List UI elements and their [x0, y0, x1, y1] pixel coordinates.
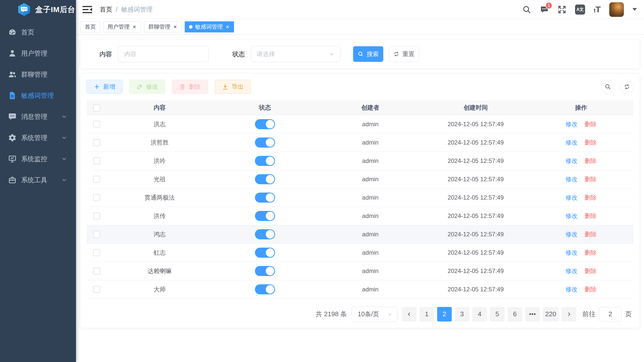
row-edit-link[interactable]: 修改: [565, 121, 578, 127]
messages-icon[interactable]: 1: [540, 5, 549, 14]
page-number-buttons: 123456•••220: [420, 307, 559, 322]
row-checkbox[interactable]: [93, 194, 100, 201]
cell-content: 大师: [107, 280, 212, 298]
row-delete-link[interactable]: 删除: [585, 194, 597, 201]
row-edit-link[interactable]: 修改: [565, 212, 578, 219]
sidebar-item-messages[interactable]: 消息管理: [0, 106, 76, 127]
page-button[interactable]: 2: [437, 307, 452, 322]
row-checkbox[interactable]: [93, 212, 100, 219]
language-translate-icon[interactable]: A文: [575, 5, 585, 15]
page-size-select[interactable]: 10条/页: [352, 307, 397, 322]
delete-button-label: 删除: [189, 83, 201, 91]
page-button[interactable]: 220: [543, 307, 559, 322]
font-size-icon[interactable]: tT: [594, 5, 601, 14]
tab-sensitive-words[interactable]: 敏感词管理 ×: [185, 21, 234, 32]
status-filter-select[interactable]: 请选择: [251, 46, 340, 62]
status-toggle-on[interactable]: [255, 284, 275, 294]
row-delete-link[interactable]: 删除: [585, 286, 597, 293]
row-delete-link[interactable]: 删除: [585, 176, 597, 183]
select-all-checkbox[interactable]: [93, 104, 100, 111]
app-logo[interactable]: 盒子IM后台: [0, 0, 76, 19]
goto-page-input[interactable]: [599, 307, 622, 322]
page-button[interactable]: 4: [472, 307, 487, 322]
tab-user-management[interactable]: 用户管理 ×: [103, 21, 141, 32]
page-button[interactable]: 5: [490, 307, 505, 322]
page-button[interactable]: 1: [420, 307, 434, 322]
sidebar-item-home[interactable]: 首页: [0, 22, 76, 43]
status-toggle-on[interactable]: [255, 211, 275, 221]
table-row: 大师 admin 2024-12-05 12:57:49 修改删除: [86, 280, 634, 298]
row-edit-link[interactable]: 修改: [565, 231, 578, 238]
row-checkbox[interactable]: [93, 286, 100, 293]
tab-group-management[interactable]: 群聊管理 ×: [144, 21, 182, 32]
pagination: 共 2198 条 10条/页 123456•••220 前往: [86, 307, 634, 322]
document-icon: [8, 91, 17, 100]
sidebar-item-sensitive-words[interactable]: 敏感词管理: [0, 85, 76, 106]
status-toggle-on[interactable]: [255, 138, 275, 148]
header-search-icon[interactable]: [522, 5, 531, 14]
avatar-dropdown-caret-icon[interactable]: [632, 8, 637, 11]
row-edit-link[interactable]: 修改: [565, 286, 578, 293]
reset-button[interactable]: 重置: [389, 46, 419, 62]
add-button[interactable]: 新增: [86, 80, 123, 94]
row-delete-link[interactable]: 删除: [585, 231, 597, 238]
tab-home[interactable]: 首页: [81, 21, 100, 32]
cell-created-time: 2024-12-05 12:57:49: [423, 225, 528, 243]
row-checkbox[interactable]: [93, 157, 100, 164]
user-avatar[interactable]: [609, 2, 624, 17]
cell-creator: admin: [318, 188, 423, 207]
row-delete-link[interactable]: 删除: [585, 212, 597, 219]
sidebar-collapse-icon[interactable]: [83, 6, 92, 14]
row-edit-link[interactable]: 修改: [565, 194, 578, 201]
row-delete-link[interactable]: 删除: [585, 139, 597, 146]
row-edit-link[interactable]: 修改: [565, 267, 578, 274]
sidebar-item-system-management[interactable]: 系统管理: [0, 127, 76, 148]
row-delete-link[interactable]: 删除: [585, 267, 597, 274]
page-button[interactable]: 6: [508, 307, 522, 322]
row-checkbox[interactable]: [93, 139, 100, 146]
sensitive-words-table: 内容 状态 创建者 创建时间 操作 洪志 admin 2024-12-05 12…: [86, 100, 634, 299]
row-checkbox[interactable]: [93, 121, 100, 128]
fullscreen-icon[interactable]: [557, 5, 566, 14]
row-checkbox[interactable]: [93, 267, 100, 275]
pager-ellipsis[interactable]: •••: [525, 307, 540, 322]
status-toggle-on[interactable]: [255, 119, 275, 129]
row-edit-link[interactable]: 修改: [565, 139, 578, 146]
export-button[interactable]: 导出: [215, 80, 251, 94]
delete-button[interactable]: 删除: [172, 80, 208, 94]
edit-button[interactable]: 修改: [129, 80, 165, 94]
status-toggle-on[interactable]: [255, 156, 275, 166]
status-toggle-on[interactable]: [255, 229, 275, 239]
status-toggle-on[interactable]: [255, 193, 275, 203]
row-delete-link[interactable]: 删除: [585, 121, 597, 127]
toggle-search-button[interactable]: [601, 80, 615, 94]
page-button[interactable]: 3: [455, 307, 469, 322]
sidebar-item-system-tools[interactable]: 系统工具: [0, 169, 76, 191]
tab-close-icon[interactable]: ×: [173, 24, 177, 30]
sidebar-item-groups[interactable]: 群聊管理: [0, 64, 76, 85]
refresh-table-button[interactable]: [620, 80, 634, 94]
sidebar-item-users[interactable]: 用户管理: [0, 43, 76, 64]
row-delete-link[interactable]: 删除: [585, 249, 597, 256]
prev-page-button[interactable]: [402, 307, 416, 322]
breadcrumb: 首页 / 敏感词管理: [100, 5, 153, 14]
status-toggle-on[interactable]: [255, 248, 275, 258]
content-filter-input[interactable]: [118, 46, 209, 62]
row-edit-link[interactable]: 修改: [565, 249, 578, 256]
tab-close-icon[interactable]: ×: [225, 24, 230, 30]
status-toggle-on[interactable]: [255, 174, 275, 184]
breadcrumb-home[interactable]: 首页: [100, 5, 112, 14]
sidebar-item-system-monitor[interactable]: 系统监控: [0, 148, 76, 169]
status-toggle-on[interactable]: [255, 266, 275, 276]
row-delete-link[interactable]: 删除: [585, 157, 597, 164]
row-checkbox[interactable]: [93, 176, 100, 183]
table-row: 洪哲胜 admin 2024-12-05 12:57:49 修改删除: [86, 133, 634, 152]
table-row: 洪传 admin 2024-12-05 12:57:49 修改删除: [86, 207, 634, 225]
row-checkbox[interactable]: [93, 231, 100, 238]
row-edit-link[interactable]: 修改: [565, 157, 578, 164]
tab-close-icon[interactable]: ×: [132, 24, 137, 30]
row-edit-link[interactable]: 修改: [565, 176, 578, 183]
next-page-button[interactable]: [562, 307, 576, 322]
search-button[interactable]: 搜索: [353, 46, 383, 62]
row-checkbox[interactable]: [93, 249, 100, 256]
